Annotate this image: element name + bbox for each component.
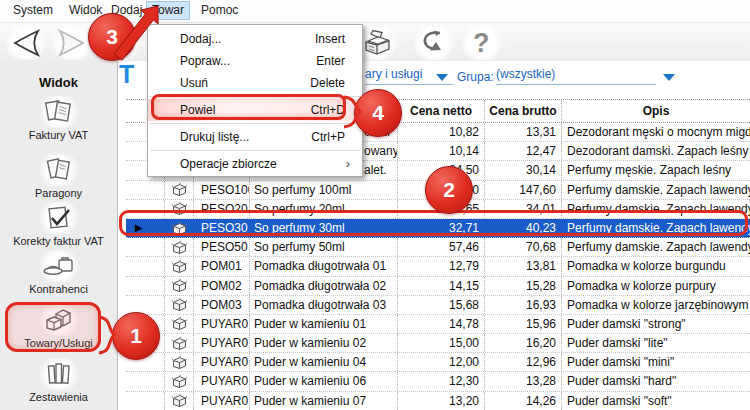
- cell-opis: Pomadka w kolorze burgundu: [562, 257, 750, 275]
- cell-cena-netto: 13,20: [398, 392, 485, 410]
- cell-name: Puder w kamieniu 02: [250, 334, 398, 352]
- cell-opis: Perfumy damskie. Zapach lawendy: [562, 219, 750, 237]
- cell-name: So perfumy 50ml: [250, 238, 398, 256]
- group-filter[interactable]: (wszystkie): [496, 67, 656, 85]
- sidebar-item-faktury-vat[interactable]: Faktury VAT: [0, 96, 117, 141]
- menu-item-label: Dodaj...: [180, 32, 221, 46]
- cell-opis: Dezodorant męski o mocnym migdałowym: [562, 123, 750, 141]
- undo-icon[interactable]: [412, 26, 456, 60]
- cell-symbol: POM03: [194, 296, 250, 314]
- cell-cena-brutto: 13,31: [485, 123, 562, 141]
- row-marker: [126, 181, 165, 199]
- cell-cena-brutto: 16,20: [485, 334, 562, 352]
- sidebar-item-zestawienia[interactable]: Zestawienia: [0, 358, 117, 403]
- sidebar-item-label: Paragony: [0, 187, 117, 199]
- table-row-puyar0[interactable]: PUYAR0Puder w kamieniu 0215,0016,20Puder…: [126, 334, 750, 353]
- cell-opis: Puder damski "mini": [562, 353, 750, 371]
- row-marker: [126, 200, 165, 218]
- menu-separator: [150, 96, 360, 97]
- cell-name: Puder w kamieniu 01: [250, 315, 398, 333]
- help-icon[interactable]: ?: [460, 26, 504, 60]
- cell-symbol: POM01: [194, 257, 250, 275]
- chevron-down-icon[interactable]: [436, 74, 448, 81]
- sidebar-item-kontrahenci[interactable]: Kontrahenci: [0, 250, 117, 295]
- product-box-icon: [165, 392, 194, 410]
- cell-opis: Puder damski "strong": [562, 315, 750, 333]
- cell-opis: Perfumy męskie. Zapach leśny: [562, 161, 750, 179]
- sidebar-item-paragony[interactable]: Paragony: [0, 154, 117, 199]
- menu-item-label: Drukuj listę...: [180, 130, 249, 144]
- chevron-down-icon[interactable]: [663, 74, 675, 81]
- cell-name: Puder w kamieniu 06: [250, 372, 398, 390]
- svg-text:?: ?: [473, 28, 490, 58]
- cell-cena-netto: 15,68: [398, 296, 485, 314]
- menu-item-usuń[interactable]: UsuńDelete: [148, 72, 362, 94]
- cell-cena-netto: 12,79: [398, 257, 485, 275]
- cell-symbol: PESO50: [194, 238, 250, 256]
- table-row-pom01[interactable]: POM01Pomadka długotrwała 0112,7913,81Pom…: [126, 257, 750, 276]
- menu-item-label: Popraw...: [180, 54, 230, 68]
- cell-cena-brutto: 34,01: [485, 200, 562, 218]
- cell-opis: Puder damski "soft": [562, 392, 750, 410]
- cell-cena-netto: 12,00: [398, 353, 485, 371]
- product-box-icon: [165, 296, 194, 314]
- cell-cena-netto: 10,82: [398, 123, 485, 141]
- row-marker: [126, 238, 165, 256]
- cell-opis: Pomadka w kolorze jarzębinowym: [562, 296, 750, 314]
- cell-opis: Perfumy damskie. Zapach lawendy: [562, 200, 750, 218]
- menu-item-powiel[interactable]: PowielCtrl+D: [148, 99, 362, 121]
- cell-cena-netto: 57,46: [398, 238, 485, 256]
- table-row-puyar0[interactable]: PUYAR0Puder w kamieniu 0713,2014,26Puder…: [126, 392, 750, 410]
- cell-name: Pomadka długotrwała 03: [250, 296, 398, 314]
- cell-cena-brutto: 12,47: [485, 142, 562, 160]
- cell-opis: Perfumy damskie. Zapach lawendy: [562, 238, 750, 256]
- cell-symbol: PESO100: [194, 181, 250, 199]
- product-box-icon: [165, 181, 194, 199]
- cell-cena-netto: 32,71: [398, 219, 485, 237]
- cell-cena-netto: 14,78: [398, 315, 485, 333]
- table-row-peso30[interactable]: ▶PESO30So perfumy 30ml32,7140,23Perfumy …: [126, 219, 750, 238]
- annotation-circle-1: 1: [112, 312, 160, 360]
- sidebar-item-label: Zestawienia: [0, 391, 117, 403]
- sidebar-item-korekty-faktur-vat[interactable]: Korekty faktur VAT: [0, 202, 117, 247]
- menu-item-popraw[interactable]: Popraw...Enter: [148, 50, 362, 72]
- menu-item-dodaj[interactable]: Dodaj...Insert: [148, 28, 362, 50]
- menubar-item-pomoc[interactable]: Pomoc: [196, 1, 243, 20]
- menu-item-drukuj-listę[interactable]: Drukuj listę...Ctrl+P: [148, 126, 362, 148]
- table-row-pom03[interactable]: POM03Pomadka długotrwała 0315,6816,93Pom…: [126, 296, 750, 315]
- menubar-item-towar[interactable]: Towar: [146, 1, 190, 20]
- towar-dropdown-menu: Dodaj...InsertPopraw...EnterUsuńDeletePo…: [147, 24, 363, 177]
- menu-item-shortcut: Insert: [315, 28, 345, 50]
- table-row-puyar0[interactable]: PUYAR0Puder w kamieniu 0412,0012,96Puder…: [126, 353, 750, 372]
- row-marker: [126, 257, 165, 275]
- cell-opis: Puder damski "lite": [562, 334, 750, 352]
- table-row-puyar0[interactable]: PUYAR0Puder w kamieniu 0612,3013,28Puder…: [126, 372, 750, 391]
- col-opis: Opis: [562, 100, 750, 122]
- forward-icon[interactable]: [50, 26, 94, 60]
- product-box-icon: [165, 238, 194, 256]
- table-row-puyar0[interactable]: PUYAR0Puder w kamieniu 0114,7815,96Puder…: [126, 315, 750, 334]
- product-box-icon: [165, 219, 194, 237]
- cell-cena-brutto: 30,14: [485, 161, 562, 179]
- submenu-arrow-icon: ›: [346, 153, 350, 175]
- goods-icon: [37, 304, 81, 336]
- table-row-pom02[interactable]: POM02Pomadka długotrwała 0214,1515,28Pom…: [126, 277, 750, 296]
- product-box-icon: [165, 372, 194, 390]
- cell-cena-netto: 12,30: [398, 372, 485, 390]
- cell-symbol: PESO30: [194, 219, 250, 237]
- cell-name: So perfumy 30ml: [250, 219, 398, 237]
- menu-item-shortcut: Delete: [310, 72, 345, 94]
- cell-name: Pomadka długotrwała 01: [250, 257, 398, 275]
- cell-name: So perfumy 20ml: [250, 200, 398, 218]
- sidebar-item-towary-usługi[interactable]: Towary/Usługi: [0, 304, 117, 349]
- menu-item-operacje-zbiorcze[interactable]: Operacje zbiorcze›: [148, 153, 362, 175]
- cell-cena-brutto: 14,26: [485, 392, 562, 410]
- cell-opis: Dezodorant damski. Zapach leśny: [562, 142, 750, 160]
- cell-name: So perfumy 100ml: [250, 181, 398, 199]
- cell-cena-brutto: 16,93: [485, 296, 562, 314]
- corrections-icon: [37, 202, 81, 234]
- invoices-icon: [37, 96, 81, 128]
- table-row-peso50[interactable]: PESO50So perfumy 50ml57,4670,68Perfumy d…: [126, 238, 750, 257]
- menubar-item-system[interactable]: System: [8, 1, 58, 20]
- back-icon[interactable]: [4, 26, 48, 60]
